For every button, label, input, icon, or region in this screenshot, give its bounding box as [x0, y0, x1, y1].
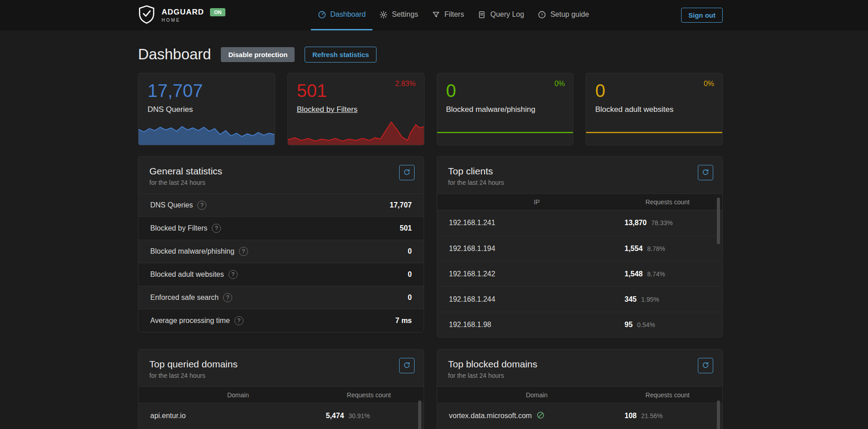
nav-label: Settings — [392, 10, 418, 19]
stat-row-label: Blocked malware/phishing — [150, 247, 234, 255]
requests-percent: 21.56% — [641, 412, 663, 419]
column-header-domain: Domain — [150, 391, 326, 399]
help-tooltip-icon[interactable]: ? — [197, 201, 206, 210]
stat-row: Blocked adult websites ? 0 — [138, 263, 424, 286]
stat-row: Blocked by Filters ? 501 — [138, 217, 424, 240]
stat-percent: 0% — [554, 80, 565, 88]
stat-label: DNS Queries — [148, 105, 193, 114]
client-ip: 192.168.1.194 — [449, 245, 625, 253]
refresh-top-clients-button[interactable] — [698, 165, 713, 180]
scrollbar-thumb[interactable] — [717, 400, 720, 429]
scrollbar-thumb[interactable] — [717, 198, 720, 244]
table-row: vortex.data.microsoft.com 108 21.56% — [437, 403, 722, 429]
refresh-icon — [403, 362, 410, 370]
requests-count: 108 — [625, 412, 637, 420]
stat-card-blocked-adult: 0 Blocked adult websites 0% — [586, 73, 723, 145]
help-tooltip-icon[interactable]: ? — [229, 270, 238, 279]
table-header: Domain Requests count — [138, 386, 424, 403]
column-header-domain: Domain — [449, 391, 625, 399]
column-header-requests-count: Requests count — [625, 198, 711, 206]
nav-item-settings[interactable]: Settings — [372, 0, 425, 30]
blocked-domain: vortex.data.microsoft.com — [449, 412, 532, 420]
nav-label: Dashboard — [330, 10, 366, 19]
requests-count: 1,548 — [625, 270, 643, 278]
table-row: 192.168.1.98 95 0.54% — [437, 312, 722, 337]
stat-row-label: Blocked adult websites — [150, 270, 224, 279]
brand-title: ADGUARD — [162, 8, 204, 17]
disable-protection-button[interactable]: Disable protection — [221, 47, 295, 62]
card-subtitle: for the last 24 hours — [149, 372, 413, 379]
shield-check-icon — [138, 5, 155, 26]
nav-item-setup-guide[interactable]: ? Setup guide — [531, 0, 596, 30]
adguard-home-logo[interactable]: ADGUARD ON HOME — [138, 5, 225, 26]
card-title: General statistics — [149, 166, 413, 177]
stat-row-value: 0 — [408, 294, 412, 302]
nav-label: Filters — [444, 10, 464, 19]
scrollbar-thumb[interactable] — [418, 400, 421, 429]
stat-row-label: Average processing time — [150, 317, 230, 325]
blocked-filters-sparkline — [288, 119, 424, 145]
help-tooltip-icon[interactable]: ? — [212, 224, 221, 233]
stat-label: Blocked adult websites — [595, 105, 673, 114]
card-subtitle: for the last 24 hours — [149, 179, 413, 186]
table-header: IP Requests count — [437, 193, 722, 210]
help-tooltip-icon[interactable]: ? — [223, 293, 232, 302]
brand-subtitle: HOME — [162, 18, 225, 23]
top-clients-card: Top clients for the last 24 hours IP Req… — [437, 156, 723, 337]
client-ip: 192.168.1.244 — [449, 295, 625, 304]
requests-count: 5,474 — [326, 412, 344, 420]
stat-row: DNS Queries ? 17,707 — [138, 193, 424, 217]
blocked-by-filters-link[interactable]: Blocked by Filters — [297, 105, 358, 114]
stat-card-dns-queries: 17,707 DNS Queries — [138, 73, 275, 145]
refresh-top-blocked-domains-button[interactable] — [698, 358, 713, 373]
requests-percent: 1.95% — [641, 296, 659, 303]
refresh-statistics-button[interactable]: Refresh statistics — [305, 47, 377, 63]
page-title: Dashboard — [138, 46, 211, 63]
stat-value: 17,707 — [148, 81, 266, 101]
nav-item-dashboard[interactable]: Dashboard — [311, 0, 372, 30]
requests-percent: 30.91% — [348, 412, 370, 419]
requests-count: 13,870 — [625, 219, 647, 227]
requests-count: 95 — [625, 321, 633, 329]
gear-icon — [379, 10, 388, 19]
blocked-adult-sparkline — [586, 119, 722, 145]
blocked-malware-sparkline — [437, 119, 573, 145]
stat-row-value: 0 — [408, 270, 412, 279]
client-ip: 192.168.1.241 — [449, 219, 625, 227]
table-row: 192.168.1.244 345 1.95% — [437, 286, 722, 312]
svg-text:?: ? — [541, 12, 543, 17]
table-row: 192.168.1.194 1,554 8.78% — [437, 236, 722, 261]
protection-status-badge: ON — [210, 8, 226, 16]
card-title: Top blocked domains — [448, 359, 711, 370]
column-header-requests-count: Requests count — [625, 391, 711, 399]
general-statistics-card: General statistics for the last 24 hours… — [138, 156, 424, 333]
card-subtitle: for the last 24 hours — [448, 372, 711, 379]
requests-percent: 8.74% — [647, 270, 665, 278]
nav-item-query-log[interactable]: Query Log — [471, 0, 531, 30]
requests-percent: 8.78% — [647, 245, 665, 252]
refresh-general-statistics-button[interactable] — [399, 165, 415, 180]
refresh-top-queried-domains-button[interactable] — [399, 358, 415, 373]
document-icon — [477, 10, 486, 19]
column-header-requests-count: Requests count — [326, 391, 412, 399]
dns-queries-sparkline — [138, 119, 275, 145]
stat-row: Average processing time ? 7 ms — [138, 309, 424, 332]
top-blocked-domains-card: Top blocked domains for the last 24 hour… — [437, 349, 723, 429]
stat-row-value: 17,707 — [390, 201, 412, 209]
sign-out-button[interactable]: Sign out — [681, 8, 723, 23]
card-title: Top clients — [448, 166, 711, 177]
help-tooltip-icon[interactable]: ? — [234, 316, 243, 325]
queried-domain: api.entur.io — [150, 412, 326, 420]
card-title: Top queried domains — [149, 359, 413, 370]
client-ip: 192.168.1.242 — [449, 270, 625, 278]
table-header: Domain Requests count — [437, 386, 722, 403]
stat-card-blocked-by-filters: 501 Blocked by Filters 2.83% — [287, 73, 424, 145]
help-tooltip-icon[interactable]: ? — [239, 247, 248, 256]
refresh-icon — [702, 362, 709, 370]
requests-count: 1,554 — [625, 245, 643, 253]
stat-row-value: 501 — [400, 224, 412, 232]
nav-item-filters[interactable]: Filters — [425, 0, 471, 30]
stat-row: Enforced safe search ? 0 — [138, 286, 424, 309]
stat-value: 0 — [446, 81, 564, 101]
refresh-icon — [702, 169, 709, 177]
